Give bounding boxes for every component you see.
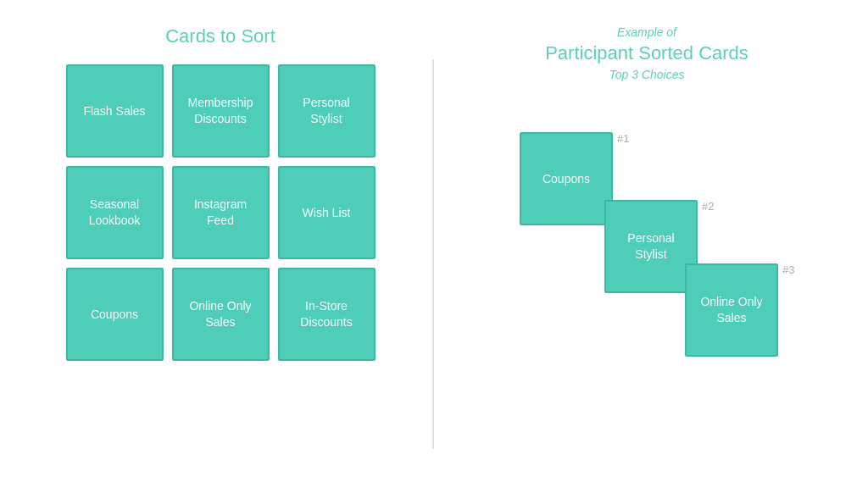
main-container: Cards to Sort Flash Sales Membership Dis…	[0, 0, 868, 482]
sorted-card-coupons[interactable]: Coupons	[520, 132, 613, 225]
card-flash-sales[interactable]: Flash Sales	[66, 64, 164, 158]
right-subtitle: Example of	[617, 25, 676, 39]
right-panel: Example of Participant Sorted Cards Top …	[451, 25, 843, 378]
card-personal-stylist[interactable]: Personal Stylist	[278, 64, 376, 158]
sorted-card-online-only-sales[interactable]: Online Only Sales	[685, 263, 778, 357]
sorted-card-personal-stylist[interactable]: Personal Stylist	[604, 200, 698, 293]
card-membership-discounts[interactable]: Membership Discounts	[172, 64, 270, 158]
left-panel: Cards to Sort Flash Sales Membership Dis…	[25, 25, 415, 361]
card-seasonal-lookbook[interactable]: Seasonal Lookbook	[66, 166, 164, 259]
rank-label-2: #2	[702, 200, 714, 213]
card-wish-list[interactable]: Wish List	[278, 166, 376, 259]
right-title: Participant Sorted Cards	[545, 42, 748, 64]
card-online-only-sales[interactable]: Online Only Sales	[172, 268, 270, 361]
rank-label-3: #3	[782, 263, 794, 276]
right-top3: Top 3 Choices	[609, 68, 685, 81]
rank-label-1: #1	[617, 132, 629, 145]
card-coupons[interactable]: Coupons	[66, 268, 164, 361]
sorted-cards-area: Coupons #1 Personal Stylist #2 Online On…	[511, 107, 782, 378]
cards-to-sort-title: Cards to Sort	[165, 25, 275, 47]
card-in-store-discounts[interactable]: In-Store Discounts	[278, 268, 376, 361]
card-instagram-feed[interactable]: Instagram Feed	[172, 166, 270, 259]
panel-divider	[432, 59, 434, 449]
cards-grid: Flash Sales Membership Discounts Persona…	[66, 64, 376, 361]
